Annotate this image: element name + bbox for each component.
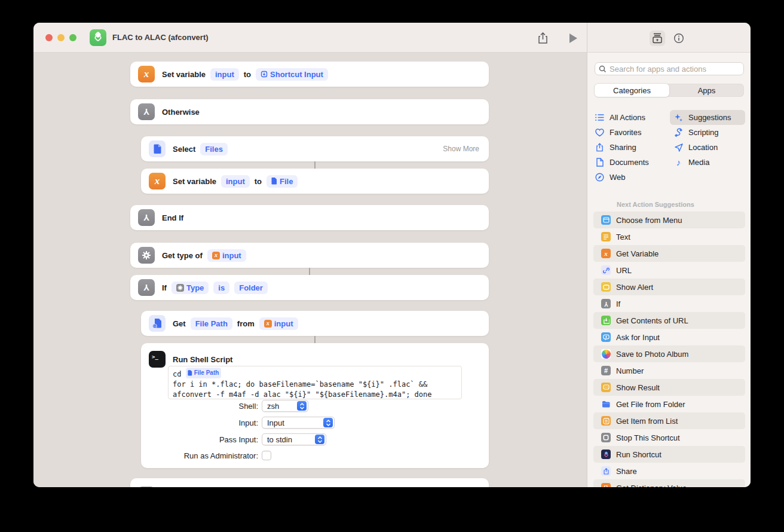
scripting-icon	[673, 128, 684, 137]
shortcut-app-icon	[90, 29, 106, 46]
action-set-variable-2[interactable]: x Set variable input to File	[141, 169, 489, 194]
action-get-type[interactable]: Get type of x input	[130, 243, 489, 268]
library-tabs: Categories Apps	[595, 84, 744, 97]
search-field[interactable]	[595, 62, 744, 75]
suggestion-get-variable[interactable]: x Get Variable	[593, 245, 745, 262]
action-title: End If	[162, 213, 183, 222]
action-partial[interactable]	[130, 478, 489, 487]
files-pill[interactable]: Files	[200, 143, 228, 155]
input-variable-pill[interactable]: x input	[259, 317, 298, 330]
variable-icon: x	[601, 249, 611, 258]
tab-categories[interactable]: Categories	[595, 84, 669, 97]
file-path-token[interactable]: File Path	[186, 368, 222, 378]
play-icon	[569, 33, 577, 43]
tab-apps[interactable]: Apps	[669, 84, 744, 97]
suggestions-header: Next Action Suggestions	[617, 201, 694, 208]
branch-icon: Y	[138, 279, 155, 296]
suggestion-run-shortcut[interactable]: Run Shortcut	[593, 446, 745, 463]
action-title: Set variable	[173, 177, 216, 186]
category-web[interactable]: Web	[591, 170, 670, 185]
text-icon	[601, 232, 611, 241]
shell-dropdown[interactable]: zsh	[262, 400, 308, 412]
action-if[interactable]: Y If Type is Folder	[130, 275, 489, 300]
search-input[interactable]	[610, 65, 740, 74]
category-all-actions[interactable]: All Actions	[591, 110, 670, 125]
suggestion-get-item-from-list[interactable]: Get Item from List	[593, 412, 745, 429]
shortcut-input-pill[interactable]: Shortcut Input	[256, 68, 328, 81]
action-library-icon	[652, 33, 663, 44]
zoom-button[interactable]	[69, 34, 76, 41]
close-button[interactable]	[45, 34, 53, 41]
category-grid: All Actions Suggestions Favorites Script…	[591, 110, 748, 185]
suggestion-get-contents-of-url[interactable]: Get Contents of URL	[593, 312, 745, 329]
category-media[interactable]: ♪ Media	[670, 155, 745, 170]
type-pill[interactable]: Type	[172, 282, 209, 294]
suggestion-get-dictionary-value[interactable]: { } Get Dictionary Value	[593, 479, 745, 487]
variable-pill[interactable]: input	[210, 68, 239, 81]
photos-icon	[601, 349, 611, 359]
info-icon	[673, 33, 684, 44]
action-library-toggle[interactable]	[650, 30, 665, 46]
minimize-button[interactable]	[57, 34, 65, 41]
category-suggestions[interactable]: Suggestions	[670, 110, 745, 125]
shortcuts-icon	[601, 450, 611, 459]
variable-pill[interactable]: input	[221, 175, 250, 188]
run-as-admin-checkbox[interactable]	[262, 451, 271, 460]
action-title: Get type of	[162, 251, 203, 260]
category-scripting[interactable]: Scripting	[670, 125, 745, 140]
category-documents[interactable]: Documents	[591, 155, 670, 170]
show-more-button[interactable]: Show More	[443, 145, 479, 153]
suggestion-show-alert[interactable]: Show Alert	[593, 279, 745, 295]
action-set-variable-1[interactable]: x Set variable input to Shortcut Input	[130, 62, 489, 87]
category-favorites[interactable]: Favorites	[591, 125, 670, 140]
music-note-icon: ♪	[673, 158, 684, 167]
file-path-pill[interactable]: File Path	[191, 317, 232, 330]
type-mini-icon	[176, 284, 184, 292]
script-line-3: afconvert -f m4af -d alac "${i}" "${base…	[173, 390, 457, 400]
branch-icon: Y	[601, 299, 611, 308]
suggestion-number[interactable]: # Number	[593, 362, 745, 379]
connector-line	[309, 268, 310, 275]
input-variable-pill[interactable]: x input	[207, 249, 246, 262]
action-end-if[interactable]: Y End If	[130, 205, 489, 230]
run-shortcut-button[interactable]	[565, 30, 580, 46]
variable-icon: x	[149, 173, 166, 189]
value-pill[interactable]: Folder	[234, 282, 268, 294]
suggestion-show-result[interactable]: Show Result	[593, 379, 745, 396]
pass-input-dropdown[interactable]: to stdin	[262, 433, 326, 445]
toolbar-right	[587, 23, 751, 52]
suggestion-share[interactable]: Share	[593, 463, 745, 479]
dictionary-icon: { }	[601, 483, 611, 487]
suggestion-choose-from-menu[interactable]: Choose from Menu	[593, 212, 745, 228]
share-button[interactable]	[535, 30, 550, 46]
gear-icon	[138, 247, 155, 264]
suggestion-ask-for-input[interactable]: Ask for Input	[593, 329, 745, 346]
branch-icon: Y	[138, 103, 155, 120]
suggestion-if[interactable]: Y If	[593, 295, 745, 312]
file-pill[interactable]: File	[267, 175, 298, 188]
action-otherwise[interactable]: Y Otherwise	[130, 99, 489, 124]
category-location[interactable]: Location	[670, 140, 745, 155]
shortcut-input-icon	[261, 71, 268, 78]
action-run-shell-script[interactable]: >_ Run Shell Script cd File Path for i i…	[141, 343, 489, 468]
stop-icon	[601, 433, 611, 442]
action-select-files[interactable]: Select Files Show More	[141, 136, 489, 161]
shortcuts-window: FLAC to ALAC (afconvert)	[33, 23, 751, 487]
suggestion-url[interactable]: URL	[593, 262, 745, 279]
condition-pill[interactable]: is	[213, 282, 229, 294]
file-glyph	[153, 144, 162, 154]
action-get-file-path[interactable]: Get File Path from x input	[141, 311, 489, 336]
action-title: Run Shell Script	[173, 355, 232, 364]
stepper-icon	[315, 435, 324, 444]
branch-icon	[138, 487, 155, 487]
info-button[interactable]	[671, 30, 687, 46]
suggestion-get-file-from-folder[interactable]: Get File from Folder	[593, 396, 745, 412]
suggestion-stop-this-shortcut[interactable]: Stop This Shortcut	[593, 429, 745, 446]
category-sharing[interactable]: Sharing	[591, 140, 670, 155]
shell-script-editor[interactable]: cd File Path for i in *.flac; do baseFil…	[168, 366, 462, 399]
input-dropdown[interactable]: Input	[262, 417, 335, 429]
suggestion-save-to-photo-album[interactable]: Save to Photo Album	[593, 346, 745, 362]
action-library-sidebar: Categories Apps All Actions Suggestions …	[587, 53, 751, 487]
suggestion-text[interactable]: Text	[593, 228, 745, 245]
variable-icon: x	[138, 66, 155, 82]
